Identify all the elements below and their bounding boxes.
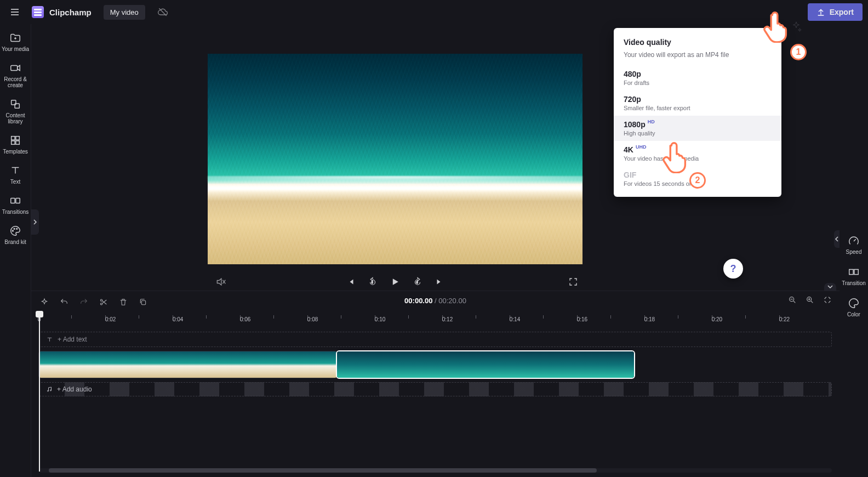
trash-icon [119,298,128,306]
ruler-tick-label: 0:18 [644,316,655,322]
rail-content-library[interactable]: Content library [0,94,31,130]
project-title-chip[interactable]: My video [104,5,145,20]
zoom-out-icon [788,296,797,304]
hamburger-menu-button[interactable] [5,3,24,21]
transport-bar: 5 5 [208,272,583,292]
export-option-sub: Your video has no 4K media [624,155,772,162]
chevron-left-icon [835,236,839,242]
timeline-scrollbar-thumb[interactable] [49,468,597,473]
play-button[interactable] [390,276,401,287]
timeline-scrollbar[interactable] [39,468,832,473]
rail-text[interactable]: Text [0,160,31,190]
copy-icon [139,298,147,306]
prop-transition[interactable]: Transition [840,262,868,293]
right-property-rail: Speed Transition Color [840,230,868,324]
export-option-720p[interactable]: 720pSmaller file, faster export [614,90,781,116]
text-track-placeholder[interactable]: + Add text [39,332,832,347]
fullscreen-icon [568,277,578,287]
svg-rect-15 [854,269,858,274]
clip-1[interactable] [39,351,337,378]
split-button[interactable] [99,298,108,306]
rail-templates[interactable]: Templates [0,130,31,160]
type-icon [46,336,53,343]
video-track[interactable] [39,351,832,378]
export-option-sub: High quality [624,130,772,137]
export-option-badge: UHD [636,144,647,150]
popover-title: Video quality [624,38,772,47]
zoom-in-icon [806,296,814,304]
svg-rect-3 [12,137,15,140]
ruler-tick-label: 0:16 [577,316,587,322]
grid-icon [9,134,21,146]
upload-icon [816,8,825,16]
forward-5-button[interactable]: 5 [413,277,422,287]
color-icon [848,297,860,309]
ruler-tick-label: 0:14 [510,316,520,322]
skip-next-icon [435,277,444,287]
svg-point-10 [14,228,15,229]
skip-prev-button[interactable] [346,277,356,287]
transitions-icon [9,195,21,207]
rail-label: Your media [2,46,29,52]
svg-text:5: 5 [416,281,418,284]
prop-label: Transition [842,280,866,286]
export-option-name: 1080p [624,120,646,129]
ruler-tick-label: 0:20 [712,316,722,322]
rewind-5-button[interactable]: 5 [368,277,378,287]
chevron-down-icon [827,285,833,289]
fit-button[interactable] [823,296,832,304]
export-button[interactable]: Export [808,3,863,21]
export-option-4k[interactable]: 4KUHDYour video has no 4K media [614,141,781,166]
add-audio-label: + Add audio [57,385,92,393]
type-icon [9,164,21,177]
rail-record-create[interactable]: Record & create [0,58,31,94]
export-option-name: 4K [624,145,633,154]
sparkle-icon [40,298,49,306]
playhead[interactable] [39,312,40,472]
rail-label: Content library [1,112,30,124]
undo-icon [60,298,68,306]
mute-button[interactable] [215,276,226,287]
rail-your-media[interactable]: Your media [0,27,31,58]
timeline-panel: 00:00.00 / 00:20.00 00:020:040:060:080:1… [31,291,840,477]
ruler-tick-label: 0:12 [442,316,453,322]
zoom-out-button[interactable] [788,296,797,304]
rail-brand-kit[interactable]: Brand kit [0,220,31,251]
export-quality-popover: Video quality Your video will export as … [614,28,781,197]
svg-rect-4 [16,137,19,140]
auto-compose-button[interactable] [40,298,49,306]
prop-speed[interactable]: Speed [840,230,868,262]
duplicate-button[interactable] [139,298,147,306]
undo-button[interactable] [60,298,68,306]
redo-button[interactable] [79,298,88,306]
timeline-ruler[interactable]: 00:020:040:060:080:100:120:140:160:180:2… [38,315,833,326]
fullscreen-button[interactable] [568,277,578,287]
export-option-1080p[interactable]: 1080pHDHigh quality [614,116,781,141]
svg-text:5: 5 [372,281,373,284]
svg-rect-14 [849,269,853,274]
svg-rect-8 [16,198,20,203]
svg-point-22 [50,390,52,391]
help-fab[interactable]: ? [723,259,743,279]
export-option-480p[interactable]: 480pFor drafts [614,65,781,90]
prop-color[interactable]: Color [840,293,868,324]
sparkle-effect-icon [790,21,802,33]
clipchamp-logo [32,6,44,18]
cloud-sync-off-icon[interactable] [157,7,168,18]
video-preview[interactable] [208,54,583,264]
transition-icon [848,266,860,278]
timecode-duration: 00:20.00 [438,297,466,305]
skip-next-button[interactable] [435,277,444,287]
property-panel-expand[interactable] [824,283,836,291]
rail-transitions[interactable]: Transitions [0,190,31,220]
zoom-in-button[interactable] [806,296,814,304]
audio-track-placeholder[interactable]: + Add audio [39,382,832,396]
delete-button[interactable] [119,298,128,306]
svg-rect-6 [16,141,19,144]
folder-add-icon [9,32,21,44]
rail-label: Text [10,179,20,185]
right-rail-collapse-handle[interactable] [834,230,840,248]
clip-2-selected[interactable] [337,351,634,378]
export-option-name: 720p [624,95,641,104]
rewind-icon: 5 [368,277,378,287]
